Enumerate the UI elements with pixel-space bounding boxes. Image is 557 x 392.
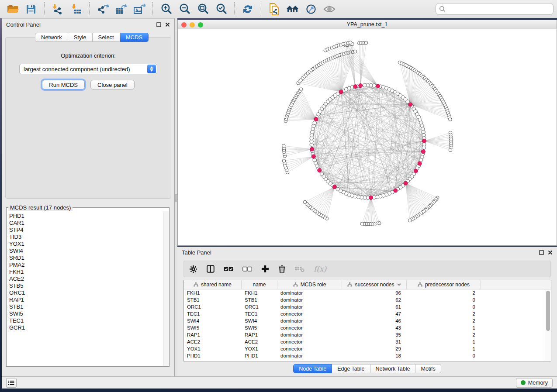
open-file-button[interactable] [5,1,21,17]
table-cell: PHD1 [184,352,242,359]
hide-panel-button[interactable] [303,1,319,17]
table-panel-title: Table Panel [182,249,211,256]
mcds-result-item[interactable]: ORC1 [9,289,163,296]
table-row[interactable]: SWI5SWI5connector431 [184,324,545,331]
import-network-button[interactable] [50,1,66,17]
zoom-out-button[interactable] [176,1,192,17]
mcds-result-item[interactable]: CAR1 [9,220,163,227]
table-cell: dominator [277,331,342,338]
export-network-button[interactable] [95,1,111,17]
memory-button[interactable]: Memory [516,378,553,388]
tab-style[interactable]: Style [68,33,93,42]
float-panel-icon[interactable] [156,22,161,27]
table-row[interactable]: RAP1RAP1dominator352 [184,331,545,338]
mcds-result-item[interactable]: FKH1 [9,268,163,275]
tab-node-table[interactable]: Node Table [293,364,332,373]
zoom-fit-button[interactable] [195,1,211,17]
task-history-button[interactable] [6,378,17,388]
select-all-button[interactable] [224,262,233,275]
optimization-criterion-select[interactable]: largest connected component (undirected) [19,64,157,74]
tab-edge-table[interactable]: Edge Table [332,364,370,373]
table-scrollbar[interactable] [545,289,551,361]
table-cell: 0 [407,352,481,359]
export-image-button[interactable] [131,1,147,17]
import-table-button[interactable] [68,1,84,17]
gear-icon [189,265,197,273]
table-row[interactable]: STB1STB1dominator620 [184,296,545,303]
tab-mcds[interactable]: MCDS [120,33,149,42]
mcds-result-item[interactable]: SWI4 [9,248,163,254]
delete-row-button[interactable] [278,262,286,275]
mcds-result-item[interactable]: STB1 [9,303,163,310]
column-header-mcds-role[interactable]: MCDS role [277,280,342,289]
close-panel-icon[interactable] [548,250,553,255]
table-row[interactable]: SWI4SWI4dominator462 [184,317,545,324]
mcds-result-item[interactable]: ACE2 [9,275,163,282]
table-cell: 46 [342,317,407,324]
show-columns-button[interactable] [207,262,214,275]
table-settings-button[interactable] [189,262,197,275]
home-networks-button[interactable] [285,1,301,17]
mcds-result-item[interactable]: STP4 [9,227,163,234]
table-row[interactable]: TEC1TEC1connector472 [184,310,545,317]
column-header-name[interactable]: name [242,280,277,289]
table-row[interactable]: ACE2ACE2connector311 [184,338,545,345]
table-cell: 35 [342,331,407,338]
mcds-result-item[interactable]: SRD1 [9,254,163,261]
table-cell: ACE2 [184,338,242,345]
tab-network-table[interactable]: Network Table [370,364,416,373]
mcds-result-item[interactable]: TEC1 [9,317,163,324]
table-cell-filler [481,331,545,338]
tab-select[interactable]: Select [93,33,120,42]
close-panel-icon[interactable] [165,22,170,27]
bird-eye-view-button[interactable] [322,1,337,17]
tab-network[interactable]: Network [35,33,68,42]
refresh-layout-button[interactable] [240,1,256,17]
table-cell: connector [277,345,342,352]
table-row[interactable]: ORC1ORC1dominator610 [184,303,545,310]
mcds-result-item[interactable]: TID3 [9,234,163,241]
table-cell-filler [481,303,545,310]
list-icon [8,380,14,385]
table-row[interactable]: YOX1YOX1connector291 [184,345,545,352]
scrollbar-thumb[interactable] [546,291,550,331]
search-input[interactable] [446,6,550,12]
tab-motifs[interactable]: Motifs [415,364,441,373]
deselect-all-button[interactable] [242,262,252,275]
mcds-result-item[interactable]: PHD1 [9,213,163,220]
table-cell: 47 [342,310,407,317]
mcds-result-item[interactable]: GCR1 [9,324,163,331]
close-window-button[interactable] [181,22,187,28]
save-session-button[interactable] [23,1,39,17]
network-window-titlebar[interactable]: YPA_prune.txt_1 [178,20,557,29]
network-canvas[interactable] [178,29,557,245]
zoom-selected-button[interactable] [213,1,229,17]
mcds-result-item[interactable]: SWI5 [9,310,163,317]
mcds-result-item[interactable]: STB5 [9,282,163,289]
table-row[interactable]: PHD1PHD1dominator180 [184,352,545,359]
table-panel: Table Panel [177,247,557,376]
column-header-predecessor-nodes[interactable]: predecessor nodes [407,280,481,289]
table-row[interactable]: FKH1FKH1dominator962 [184,289,545,296]
result-list-scrollbar[interactable] [163,211,169,366]
copy-network-button[interactable] [266,1,282,17]
minimize-window-button[interactable] [190,22,195,28]
network-window-title: YPA_prune.txt_1 [178,21,557,28]
network-graph[interactable] [178,29,557,246]
trash-icon [278,265,286,273]
main-toolbar [0,0,557,18]
zoom-in-button[interactable] [158,1,174,17]
mcds-result-item[interactable]: RAP1 [9,296,163,303]
maximize-window-button[interactable] [198,22,203,28]
close-panel-button[interactable]: Close panel [90,80,135,89]
float-panel-icon[interactable] [539,250,544,255]
mcds-result-item[interactable]: PMA2 [9,261,163,268]
add-row-button[interactable] [261,262,269,275]
mcds-result-item[interactable]: YOX1 [9,241,163,248]
column-header-shared-name[interactable]: shared name [184,280,242,289]
table-cell: 31 [342,338,407,345]
table-cell: 0 [407,303,481,310]
column-header-successor-nodes[interactable]: successor nodes [342,280,407,289]
export-table-button[interactable] [113,1,129,17]
run-mcds-button[interactable]: Run MCDS [42,80,85,89]
